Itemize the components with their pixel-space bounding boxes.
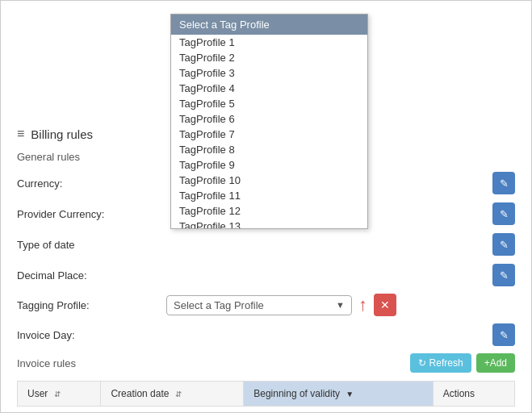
chevron-down-icon: ▼ bbox=[336, 300, 345, 310]
type-of-date-row: Type of date ✎ bbox=[17, 232, 515, 257]
dropdown-item[interactable]: TagProfile 9 bbox=[171, 157, 367, 173]
dropdown-item[interactable]: TagProfile 5 bbox=[171, 96, 367, 111]
invoice-day-row: Invoice Day: ✎ bbox=[17, 323, 515, 347]
invoice-header: Invoice rules ↻ Refresh +Add bbox=[17, 353, 515, 373]
up-arrow-icon: ↑ bbox=[358, 294, 367, 315]
section-title-text: Billing rules bbox=[31, 127, 93, 141]
dropdown-list[interactable]: TagProfile 1TagProfile 2TagProfile 3TagP… bbox=[171, 35, 367, 228]
currency-actions: ✎ bbox=[492, 172, 515, 194]
currency-edit-button[interactable]: ✎ bbox=[492, 172, 515, 194]
type-of-date-edit-button[interactable]: ✎ bbox=[492, 233, 515, 256]
col-user[interactable]: User ⇵ bbox=[18, 382, 101, 407]
provider-currency-label: Provider Currency: bbox=[17, 208, 166, 220]
dropdown-item[interactable]: TagProfile 10 bbox=[171, 173, 367, 188]
edit-icon: ✎ bbox=[500, 239, 509, 251]
invoice-day-actions: ✎ bbox=[492, 323, 515, 346]
decimal-place-row: Decimal Place: ✎ bbox=[17, 263, 515, 287]
invoice-rules-title: Invoice rules bbox=[17, 357, 76, 369]
col-bov-label: Beginning of validity bbox=[253, 388, 340, 399]
invoice-day-label: Invoice Day: bbox=[17, 329, 166, 341]
invoice-buttons: ↻ Refresh +Add bbox=[410, 353, 515, 373]
tagging-profile-row: Tagging Profile: Select a Tag Profile ▼ … bbox=[17, 294, 515, 316]
main-container: Select a Tag Profile TagProfile 1TagProf… bbox=[0, 0, 532, 413]
col-creation-date[interactable]: Creation date ⇵ bbox=[101, 382, 244, 407]
edit-icon: ✎ bbox=[500, 269, 509, 282]
decimal-place-actions: ✎ bbox=[492, 264, 515, 286]
tagging-profile-placeholder: Select a Tag Profile bbox=[174, 299, 264, 311]
dropdown-item[interactable]: TagProfile 2 bbox=[171, 50, 367, 65]
billing-rules-icon: ≡ bbox=[17, 127, 24, 141]
add-button[interactable]: +Add bbox=[476, 353, 515, 373]
edit-icon: ✎ bbox=[500, 177, 509, 190]
tagging-profile-select[interactable]: Select a Tag Profile ▼ bbox=[166, 295, 352, 315]
refresh-label: Refresh bbox=[429, 357, 463, 369]
close-icon: ✕ bbox=[380, 298, 390, 311]
col-actions: Actions bbox=[433, 382, 514, 407]
dropdown-item[interactable]: TagProfile 13 bbox=[171, 219, 367, 228]
decimal-place-edit-button[interactable]: ✎ bbox=[492, 264, 515, 286]
dropdown-item[interactable]: TagProfile 6 bbox=[171, 111, 367, 127]
dropdown-item[interactable]: TagProfile 12 bbox=[171, 203, 367, 219]
invoice-section: Invoice rules ↻ Refresh +Add User bbox=[17, 353, 515, 407]
invoice-table: User ⇵ Creation date ⇵ Beginning of vali… bbox=[17, 381, 515, 407]
edit-icon: ✎ bbox=[500, 208, 509, 220]
refresh-button[interactable]: ↻ Refresh bbox=[410, 353, 471, 373]
col-user-label: User bbox=[27, 388, 48, 399]
dropdown-item[interactable]: TagProfile 11 bbox=[171, 188, 367, 203]
provider-currency-edit-button[interactable]: ✎ bbox=[492, 202, 515, 225]
add-label: +Add bbox=[484, 357, 507, 369]
tagging-profile-label: Tagging Profile: bbox=[17, 299, 166, 311]
refresh-icon: ↻ bbox=[418, 357, 426, 369]
dropdown-item[interactable]: TagProfile 7 bbox=[171, 127, 367, 142]
edit-icon: ✎ bbox=[500, 329, 509, 341]
invoice-day-edit-button[interactable]: ✎ bbox=[492, 323, 515, 346]
col-beginning-of-validity[interactable]: Beginning of validity ▼ bbox=[244, 382, 433, 407]
chevron-down-icon: ▼ bbox=[346, 390, 354, 398]
dropdown-item[interactable]: TagProfile 8 bbox=[171, 142, 367, 157]
dropdown-item[interactable]: TagProfile 4 bbox=[171, 81, 367, 96]
dropdown-item[interactable]: TagProfile 1 bbox=[171, 35, 367, 50]
sort-icon: ⇵ bbox=[175, 390, 182, 398]
tagging-profile-delete-button[interactable]: ✕ bbox=[374, 294, 396, 316]
type-of-date-actions: ✎ bbox=[492, 233, 515, 256]
type-of-date-label: Type of date bbox=[17, 239, 166, 251]
dropdown-header: Select a Tag Profile bbox=[171, 15, 367, 35]
tag-profile-dropdown[interactable]: Select a Tag Profile TagProfile 1TagProf… bbox=[170, 14, 368, 229]
sort-icon: ⇵ bbox=[54, 390, 61, 398]
provider-currency-actions: ✎ bbox=[492, 202, 515, 225]
col-actions-label: Actions bbox=[443, 388, 475, 399]
dropdown-item[interactable]: TagProfile 3 bbox=[171, 65, 367, 81]
decimal-place-label: Decimal Place: bbox=[17, 269, 166, 282]
table-header-row: User ⇵ Creation date ⇵ Beginning of vali… bbox=[18, 382, 515, 407]
currency-label: Currency: bbox=[17, 177, 166, 190]
col-creation-date-label: Creation date bbox=[111, 388, 169, 399]
